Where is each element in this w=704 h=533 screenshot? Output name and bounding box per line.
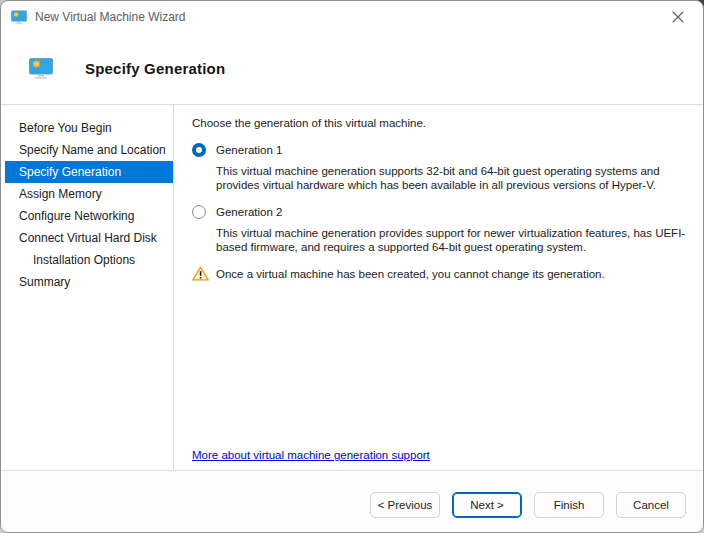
option-generation-2: Generation 2 This virtual machine genera… <box>192 204 693 255</box>
sidebar-item-label: Specify Name and Location <box>19 143 166 157</box>
sidebar-item-label: Assign Memory <box>19 187 102 201</box>
sidebar-item-label: Configure Networking <box>19 209 134 223</box>
sidebar-item-label: Connect Virtual Hard Disk <box>19 231 157 245</box>
generation-options: Generation 1 This virtual machine genera… <box>192 142 693 254</box>
screen-background: New Virtual Machine Wizard Specify Gener… <box>0 0 704 533</box>
radio-label: Generation 1 <box>216 144 283 156</box>
previous-button[interactable]: < Previous <box>370 492 440 518</box>
sidebar-item-summary[interactable]: Summary <box>5 271 173 293</box>
vm-monitor-icon <box>29 58 53 79</box>
option-description: This virtual machine generation supports… <box>216 164 693 193</box>
radio-generation-1[interactable] <box>192 143 206 157</box>
sidebar-item-installation-options[interactable]: Installation Options <box>5 249 173 271</box>
radio-label: Generation 2 <box>216 206 283 218</box>
wizard-window: New Virtual Machine Wizard Specify Gener… <box>0 0 704 533</box>
page-title: Specify Generation <box>85 60 225 77</box>
wizard-steps-sidebar: Before You Begin Specify Name and Locati… <box>1 105 174 470</box>
sidebar-item-label: Summary <box>19 275 70 289</box>
intro-text: Choose the generation of this virtual ma… <box>192 117 693 129</box>
vm-monitor-icon-small <box>11 10 27 25</box>
radio-generation-2[interactable] <box>192 205 206 219</box>
sidebar-item-specify-generation[interactable]: Specify Generation <box>5 161 173 183</box>
sidebar-item-label: Installation Options <box>33 253 135 267</box>
warning-icon <box>192 266 209 281</box>
warning-text: Once a virtual machine has been created,… <box>216 266 605 280</box>
warning-row: Once a virtual machine has been created,… <box>192 266 693 281</box>
next-button[interactable]: Next > <box>452 492 522 518</box>
more-about-generation-link[interactable]: More about virtual machine generation su… <box>192 449 430 461</box>
wizard-page-content: Choose the generation of this virtual ma… <box>174 105 703 470</box>
option-generation-1: Generation 1 This virtual machine genera… <box>192 142 693 193</box>
close-button[interactable] <box>656 2 700 32</box>
option-description: This virtual machine generation provides… <box>216 226 693 255</box>
cancel-button[interactable]: Cancel <box>616 492 686 518</box>
sidebar-item-before-you-begin[interactable]: Before You Begin <box>5 117 173 139</box>
finish-button[interactable]: Finish <box>534 492 604 518</box>
footer: < PreviousNext >FinishCancel <box>1 470 703 533</box>
window-title: New Virtual Machine Wizard <box>35 10 186 24</box>
sidebar-item-specify-name-and-location[interactable]: Specify Name and Location <box>5 139 173 161</box>
sidebar-item-configure-networking[interactable]: Configure Networking <box>5 205 173 227</box>
titlebar[interactable]: New Virtual Machine Wizard <box>1 1 703 33</box>
sidebar-item-connect-virtual-hard-disk[interactable]: Connect Virtual Hard Disk <box>5 227 173 249</box>
sidebar-item-label: Specify Generation <box>19 165 121 179</box>
page-header: Specify Generation <box>1 33 703 104</box>
sidebar-item-label: Before You Begin <box>19 121 112 135</box>
sidebar-item-assign-memory[interactable]: Assign Memory <box>5 183 173 205</box>
wizard-body: Before You Begin Specify Name and Locati… <box>1 104 703 470</box>
close-icon <box>672 11 684 23</box>
